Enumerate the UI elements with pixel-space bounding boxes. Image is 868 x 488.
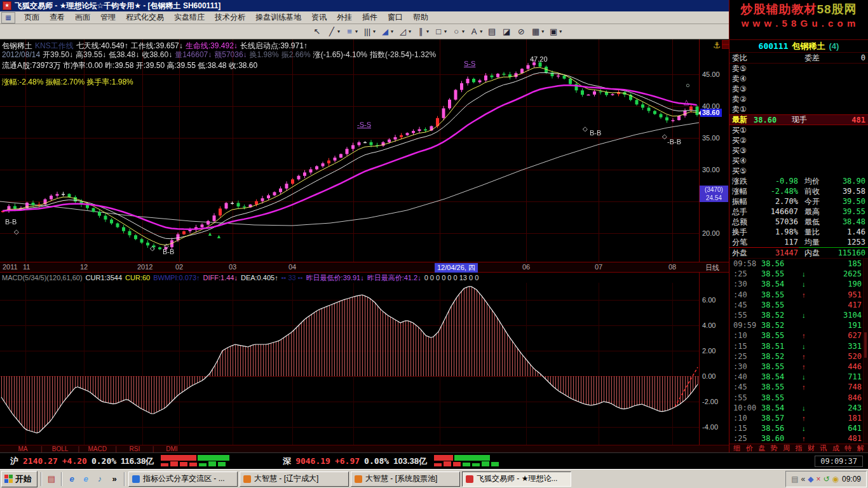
task-button-icon	[355, 475, 362, 483]
dropdown-caret-icon[interactable]: ▾	[409, 29, 411, 34]
menu-插件[interactable]: 插件	[357, 12, 383, 22]
tick-scrollbar[interactable]	[863, 259, 868, 444]
indicator-tab-BOLL[interactable]: BOLL	[46, 445, 74, 452]
menu-页面[interactable]: 页面	[19, 12, 44, 22]
menu-帮助[interactable]: 帮助	[408, 12, 433, 22]
dropdown-caret-icon[interactable]: ▾	[480, 29, 482, 34]
quote-tab-成[interactable]: 成	[832, 444, 839, 453]
quick-launch-overflow[interactable]: »	[108, 473, 121, 485]
dropdown-caret-icon[interactable]: ▾	[444, 29, 447, 34]
quote-tab-周[interactable]: 周	[783, 444, 790, 453]
tray-icon[interactable]: ◉	[832, 475, 838, 483]
macd-chart-canvas[interactable]	[0, 283, 699, 445]
dropdown-caret-icon[interactable]: ▾	[373, 29, 376, 34]
quote-tab-特[interactable]: 特	[844, 444, 851, 453]
quote-tab-价[interactable]: 价	[746, 444, 753, 453]
dropdown-caret-icon[interactable]: ▾	[391, 29, 393, 34]
quote-tab-势[interactable]: 势	[771, 444, 778, 453]
sell-queue-row: 卖④	[729, 74, 868, 84]
speed-fan-tool[interactable]: ◿▾	[396, 25, 413, 39]
quote-tab-指[interactable]: 指	[795, 444, 802, 453]
quick-launch-icon[interactable]: ♪	[93, 473, 106, 485]
dropdown-caret-icon[interactable]: ▾	[426, 29, 429, 34]
dropdown-caret-icon[interactable]: ▾	[337, 29, 340, 34]
main-chart-region[interactable]: 45.0040.0035.0030.0020.00 包钢稀土KNS工作线七天线:…	[0, 39, 729, 262]
ad-line2: w w w . 5 8 G u . c o m	[729, 18, 868, 29]
pointer-tool[interactable]: ↖	[310, 25, 324, 39]
candlestick-chart-canvas[interactable]	[0, 39, 699, 262]
quote-tab-讯[interactable]: 讯	[820, 444, 827, 453]
indicator-tab-DMI[interactable]: DMI	[158, 445, 186, 452]
menu-画面[interactable]: 画面	[70, 12, 95, 22]
rectangle-tool[interactable]: □▾	[431, 25, 449, 39]
task-button[interactable]: 大智慧 - [辽宁成大]	[240, 471, 349, 487]
horizontal-band-tool[interactable]: ≡▾	[342, 25, 360, 39]
quote-tab-解[interactable]: 解	[857, 444, 864, 453]
menu-程式化交易[interactable]: 程式化交易	[121, 12, 169, 22]
tray-icon[interactable]: ▤	[791, 475, 798, 483]
eraser-tool[interactable]: ◪	[499, 25, 513, 39]
quick-launch-icon[interactable]: e	[65, 473, 78, 485]
buy-queue-row: 买②	[729, 135, 868, 146]
menu-外挂[interactable]: 外挂	[332, 12, 357, 22]
trendline-tool[interactable]: ╱▾	[325, 25, 342, 39]
sh-index: 2140.27	[23, 456, 58, 466]
tray-icon[interactable]: ↺	[823, 475, 829, 483]
sz-breadth-minichart	[434, 455, 518, 468]
system-menu-icon[interactable]: ▦	[1, 12, 15, 24]
indicator-tab-RSI[interactable]: RSI	[121, 445, 149, 452]
window-title: 飞狐交易师 - ★理想论坛☆千钧专用★ - [包钢稀土 SH600111]	[15, 1, 220, 11]
dropdown-caret-icon[interactable]: ▾	[541, 29, 544, 34]
macd-region[interactable]: MACD(5/34/5)(120,61,60)CUR1:3544CUR:60BW…	[0, 273, 729, 445]
text-tool[interactable]: A▾	[467, 25, 484, 39]
timeline-label: 08	[668, 263, 676, 271]
chart-marker-diamond: ◇	[150, 245, 155, 252]
menu-资讯[interactable]: 资讯	[306, 12, 332, 22]
period-label: 日线	[705, 263, 719, 273]
menu-实盘猎庄[interactable]: 实盘猎庄	[169, 12, 210, 22]
anchor-icon[interactable]: ⚓	[713, 40, 721, 50]
gann-fan-tool[interactable]: ◢▾	[378, 25, 395, 39]
dropdown-caret-icon[interactable]: ▾	[462, 29, 465, 34]
start-button[interactable]: 开始	[1, 471, 37, 487]
timeline-label: 07	[595, 263, 602, 271]
dropdown-caret-icon[interactable]: ▾	[559, 29, 562, 34]
quote-tab-细[interactable]: 细	[733, 444, 740, 453]
quote-tab-财[interactable]: 财	[808, 444, 815, 453]
menu-技术分析[interactable]: 技术分析	[210, 12, 250, 22]
menu-窗口[interactable]: 窗口	[383, 12, 408, 22]
save-tool[interactable]: ▣▾	[546, 25, 564, 39]
parallel-lines-tool[interactable]: ∥▾	[414, 25, 431, 39]
tray-icon[interactable]: «	[801, 475, 805, 483]
app-icon: ★	[3, 1, 11, 10]
buy-queue-row: 买⑤	[729, 166, 868, 176]
ellipse-tool[interactable]: ○▾	[449, 25, 466, 39]
horizontal-band-tool-icon: ≡	[344, 27, 355, 36]
tick-row: :3038.55↑446	[729, 362, 868, 372]
task-button[interactable]: 指标公式分享交流区 - ...	[128, 471, 238, 487]
menu-管理[interactable]: 管理	[95, 12, 121, 22]
copy-tool[interactable]: ▤	[485, 25, 499, 39]
task-button-icon	[466, 475, 473, 483]
quick-launch-icon[interactable]: e	[79, 473, 92, 485]
timeline-label: 04	[288, 263, 296, 271]
vertical-lines-tool[interactable]: |||▾	[360, 25, 377, 39]
pinned-notepad-icon[interactable]: ▤	[45, 473, 58, 485]
timeline-label: 02	[175, 263, 183, 271]
chart-marker-diamond: ◇	[583, 125, 588, 132]
timeline-axis[interactable]: 20111112201202030412/04/26, 四060708日线	[0, 262, 729, 273]
menu-查看[interactable]: 查看	[44, 12, 70, 22]
menu-操盘训练基地[interactable]: 操盘训练基地	[250, 12, 306, 22]
tray-icon[interactable]: ◆	[808, 475, 813, 483]
task-button[interactable]: 飞狐交易师 - ★理想论...	[462, 471, 571, 487]
dropdown-caret-icon[interactable]: ▾	[355, 29, 358, 34]
tray-icon[interactable]: ×	[816, 475, 820, 483]
quote-tab-盘[interactable]: 盘	[758, 444, 765, 453]
tick-list: 09:5838.56185:2538.55↓2625:3038.54↓190:4…	[729, 258, 868, 444]
task-button[interactable]: 大智慧 - [系统股票池]	[351, 471, 460, 487]
indicator-tab-MA[interactable]: MA	[9, 445, 37, 452]
chart-marker-tri-green: ▲	[207, 231, 213, 237]
indicator-tab-MACD[interactable]: MACD	[83, 445, 111, 452]
no-draw-tool[interactable]: ⊘	[514, 25, 528, 39]
palette-tool[interactable]: ▦▾	[529, 25, 546, 39]
